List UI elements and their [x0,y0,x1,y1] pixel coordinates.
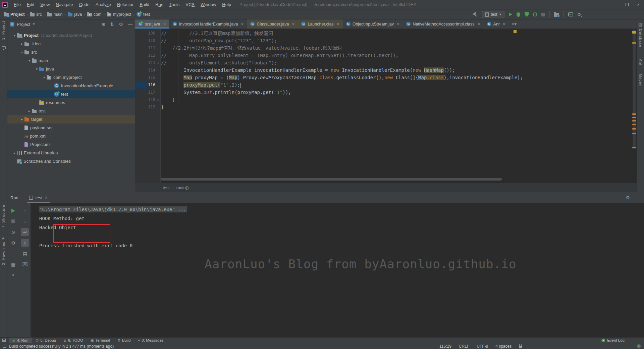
tab-classloader-java[interactable]: CClassLoader.java✕ [247,19,298,29]
menu-item-analyze[interactable]: Analyze [93,0,114,9]
fold-marker-icon[interactable]: ∧ [155,98,161,101]
run-button[interactable] [509,12,512,16]
close-icon[interactable]: ✕ [396,22,400,27]
tab-invocationhandlerexample-java[interactable]: CInvocationHandlerExample.java✕ [170,19,248,29]
code-line-110[interactable]: 110// outerMap_now.put("123", "123"); [135,37,637,44]
code-line-109[interactable]: 109// //2.1可以直接map添加新值，触发漏洞 [135,30,637,37]
menu-item-refactor[interactable]: Refactor [114,0,137,9]
tab-launcher-clas[interactable]: CLauncher.clas✕ [298,19,343,29]
tab-objectinputstream-jav[interactable]: CObjectInputStream.jav✕ [343,19,404,29]
event-log-button[interactable]: 1 Event Log [601,338,625,342]
code-line-111[interactable]: 111 //2.2也可以获取map键值对，修改value，value为value… [135,44,637,52]
tree-item-test[interactable]: Ctest [7,90,135,98]
print-icon[interactable]: ▤ [21,250,29,257]
line-number[interactable]: 116 [147,83,155,87]
stop-button[interactable] [541,13,545,16]
close-icon[interactable]: ✕ [502,22,506,27]
breadcrumb-item-java[interactable]: java [68,12,82,17]
breadcrumb-method[interactable]: main() [176,185,189,190]
menu-item-tools[interactable]: Tools [166,0,182,9]
lock-icon[interactable] [519,346,522,348]
camera-icon[interactable]: ⊙ [9,228,17,236]
code-line-115[interactable]: 115 Map proxyMap = (Map) Proxy.newProxyI… [135,74,637,81]
chevron-right-icon[interactable]: ▸ [19,117,24,121]
warning-stripe-mark[interactable] [632,120,636,121]
hide-panel-icon[interactable]: — [636,195,641,200]
toolwindow-run-button[interactable]: ▶4: Run [9,338,32,343]
tree-item-src[interactable]: ▾src [7,48,135,56]
breadcrumb-item-test[interactable]: Ctest [137,12,150,17]
close-icon[interactable]: ✕ [291,22,295,27]
menu-item-window[interactable]: Window [198,0,219,9]
toolwindow-todo-button[interactable]: ≣6: TODO [60,338,87,343]
warning-stripe-mark[interactable] [632,133,636,134]
tree-item-payload-ser[interactable]: payload.ser [7,123,135,132]
menu-item-vcs[interactable]: VCS [182,0,198,9]
warning-stripe-mark[interactable] [632,117,636,118]
debug-button[interactable] [517,12,520,17]
hidden-tabs-icon[interactable]: ≡▾ [512,21,517,27]
line-separator[interactable]: CRLF [459,344,469,349]
scroll-end-icon[interactable]: ⇟ [21,239,29,247]
tree-item-java[interactable]: ▾java [7,65,135,73]
breadcrumb-item-Project[interactable]: Project [4,12,24,17]
chevron-right-icon[interactable]: ▸ [12,151,17,155]
breadcrumb-item-main[interactable]: main [47,12,62,17]
close-icon[interactable]: ✕ [240,22,244,27]
code-line-114[interactable]: 114 InvocationHandlerExample invocationH… [135,66,637,74]
chevron-right-icon[interactable]: ▸ [27,109,32,113]
minimize-icon[interactable]: — [610,0,621,9]
close-icon[interactable]: ✕ [477,22,481,27]
breadcrumb-item-myproject[interactable]: myproject [107,12,131,17]
collapse-all-icon[interactable]: ⇅ [110,21,114,27]
ide-status-icon[interactable] [637,344,641,348]
restore-layout-icon[interactable]: ▦ [9,260,17,268]
menu-item-help[interactable]: Help [219,0,234,9]
down-icon[interactable]: ↓ [21,217,29,225]
chevron-down-icon[interactable]: ▾ [19,50,24,54]
close-icon[interactable]: ✕ [163,22,166,27]
toolwindow-terminal-button[interactable]: ▣Terminal [87,338,114,343]
maximize-icon[interactable] [621,0,633,9]
tool-stripe-maven[interactable]: Maven [639,74,643,87]
tree-item--idea[interactable]: ▸.idea [7,40,135,48]
code-line-112[interactable]: 112// Map.Entry onlyElement = (Map.Entry… [135,52,637,59]
tree-item-project-iml[interactable]: Project.iml [7,140,135,149]
tab-nativemethodaccessorimpl-class[interactable]: CNativeMethodAccessorImpl.class✕ [403,19,484,29]
close-icon[interactable]: ✕ [44,195,48,200]
menu-item-edit[interactable]: Edit [24,0,37,9]
tree-item-invocationhandlerexample[interactable]: CInvocationHandlerExample [7,82,135,90]
chevron-down-icon[interactable]: ▾ [27,59,32,62]
tool-stripe-database[interactable]: Database [639,29,643,47]
code-line-116[interactable]: 116 proxyMap.put("1",2); [135,81,637,89]
stop-icon[interactable] [9,217,17,225]
build-hammer-icon[interactable] [472,12,478,17]
line-number[interactable]: 111 [147,46,155,50]
console-line[interactable]: HOOK Method: get [39,215,85,222]
tab-anr[interactable]: CAnr✕ [484,19,509,29]
tree-item-project[interactable]: ▾ProjectD:\code\JavaCode\Project [7,31,135,40]
project-structure-icon[interactable] [554,13,559,17]
line-number[interactable]: 112 [147,53,155,58]
project-tree[interactable]: ▾ProjectD:\code\JavaCode\Project▸.idea▾s… [7,29,135,192]
horizontal-scrollbar[interactable] [161,178,502,181]
chevron-down-icon[interactable]: ▼ [32,22,35,26]
tool-window-switcher-icon[interactable] [2,339,6,342]
tool-stripe-project[interactable]: 1: Project [1,21,5,40]
tree-item-target[interactable]: ▸target [7,115,135,123]
layers-icon[interactable]: ▤ [638,22,642,27]
close-icon[interactable]: ✕ [336,22,340,27]
clear-icon[interactable]: ⌧ [21,260,29,268]
gear-icon[interactable]: ⚙ [626,195,630,200]
breadcrumb-item-src[interactable]: src [30,12,42,17]
run-anything-icon[interactable] [568,12,573,16]
tree-item-pom-xml[interactable]: mpom.xml [7,132,135,140]
gear-icon[interactable]: ⚙ [119,21,123,27]
console-line[interactable]: "C:\Program Files\Java\jdk1.7.0_80\bin\j… [39,206,187,213]
tree-item-main[interactable]: ▾main [7,56,135,65]
tree-item-scratches-and-consoles[interactable]: Scratches and Consoles [7,157,135,165]
status-window-icon[interactable] [3,345,6,348]
code-line-117[interactable]: 117 System.out.println(proxyMap.get("1")… [135,89,637,96]
tool-stripe-favorites[interactable]: 2: Favorites [1,242,5,265]
tool-stripe-ant[interactable]: Ant [639,59,643,66]
